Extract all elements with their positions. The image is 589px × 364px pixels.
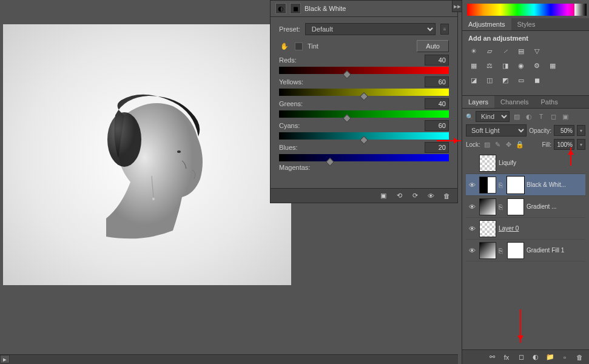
magentas-label: Magentas: (279, 164, 310, 171)
tab-layers[interactable]: Layers (462, 96, 494, 108)
vibrance-icon[interactable]: ▽ (531, 46, 542, 56)
fill-dropdown-icon[interactable]: ▾ (577, 139, 585, 150)
visibility-toggle[interactable] (467, 158, 477, 168)
delete-layer-icon[interactable]: 🗑 (574, 352, 584, 362)
curves-icon[interactable]: ⟋ (500, 46, 511, 56)
reds-input[interactable] (425, 55, 449, 66)
layer-name[interactable]: Layer 0 (499, 225, 584, 232)
yellows-label: Yellows: (279, 78, 303, 86)
lock-all-icon[interactable]: 🔒 (516, 140, 524, 149)
tab-styles[interactable]: Styles (511, 18, 542, 30)
visibility-toggle[interactable]: 👁 (467, 224, 477, 234)
auto-button[interactable]: Auto (417, 40, 449, 52)
color-spectrum[interactable] (467, 4, 584, 16)
tint-label: Tint (308, 42, 318, 50)
bw-icon[interactable]: ◨ (500, 60, 511, 71)
add-mask-icon[interactable]: ◻ (516, 352, 526, 362)
lock-pixels-icon[interactable]: ✎ (494, 140, 502, 149)
layer-name[interactable]: Black & Whit... (527, 181, 584, 188)
horizontal-scrollbar[interactable]: ▸ (0, 354, 458, 364)
clip-to-layer-icon[interactable]: ▣ (379, 191, 388, 201)
channel-mixer-icon[interactable]: ⚙ (531, 60, 542, 71)
layer-row[interactable]: 👁 Layer 0 (466, 218, 585, 240)
layer-thumbnail[interactable] (479, 220, 496, 237)
lookup-icon[interactable]: ▦ (547, 60, 558, 71)
greens-input[interactable] (425, 98, 449, 109)
filter-adjustment-icon[interactable]: ◐ (524, 112, 534, 121)
adjustment-thumbnail[interactable] (479, 177, 496, 194)
blend-mode-select[interactable]: Soft Light (466, 124, 527, 136)
color-balance-icon[interactable]: ⚖ (484, 60, 495, 71)
kind-filter[interactable]: Kind (476, 111, 510, 122)
layer-name[interactable]: Gradient Fill 1 (527, 247, 584, 254)
annotation-arrow (437, 140, 461, 141)
filter-pixel-icon[interactable]: ▨ (512, 112, 522, 121)
mask-icon: ◼ (290, 3, 301, 14)
greens-slider[interactable] (279, 110, 449, 118)
layer-row[interactable]: 👁 ⎘ Black & Whit... (466, 174, 585, 196)
reset-icon[interactable]: ⟳ (410, 191, 420, 201)
link-icon: ⎘ (499, 181, 505, 189)
new-adjustment-icon[interactable]: ◐ (531, 352, 540, 362)
gradient-map-icon[interactable]: ▭ (516, 75, 527, 86)
brightness-icon[interactable]: ☀ (468, 46, 479, 56)
filter-smart-icon[interactable]: ▣ (560, 112, 570, 121)
layer-row[interactable]: 👁 ⎘ Gradient Fill 1 (466, 240, 585, 261)
scroll-left-icon[interactable]: ▸ (0, 355, 10, 363)
blues-slider[interactable] (279, 154, 449, 161)
blues-label: Blues: (279, 144, 298, 151)
adjustment-thumbnail[interactable] (479, 198, 496, 215)
tab-channels[interactable]: Channels (494, 96, 534, 108)
layers-footer: ⚯ fx ◻ ◐ 📁 ▫ 🗑 (462, 349, 589, 364)
posterize-icon[interactable]: ◫ (484, 75, 495, 86)
lock-position-icon[interactable]: ✥ (505, 140, 513, 149)
new-layer-icon[interactable]: ▫ (560, 352, 570, 362)
tint-checkbox[interactable] (295, 42, 303, 50)
visibility-toggle[interactable]: 👁 (467, 246, 477, 255)
exposure-icon[interactable]: ▤ (516, 46, 527, 56)
layer-effects-icon[interactable]: fx (502, 352, 511, 362)
adjustment-thumbnail[interactable] (479, 242, 496, 259)
layer-row[interactable]: Liquify (466, 152, 585, 174)
lock-label: Lock: (466, 141, 480, 148)
opacity-dropdown-icon[interactable]: ▾ (577, 125, 585, 136)
layer-row[interactable]: 👁 ⎘ Gradient ... (466, 196, 585, 218)
filter-shape-icon[interactable]: ◻ (548, 112, 558, 121)
layer-name[interactable]: Gradient ... (527, 203, 584, 210)
selective-color-icon[interactable]: ◼ (531, 75, 542, 86)
properties-panel: ◐ ◼ Black & White Preset: Default ≡ ✋ Ti… (270, 0, 458, 203)
visibility-toggle[interactable]: 👁 (467, 180, 477, 190)
visibility-toggle[interactable]: 👁 (467, 202, 477, 212)
tab-paths[interactable]: Paths (535, 96, 564, 108)
delete-icon[interactable]: 🗑 (442, 191, 451, 201)
invert-icon[interactable]: ◪ (468, 75, 479, 86)
mask-thumbnail[interactable] (507, 198, 524, 215)
preset-select[interactable]: Default (305, 23, 436, 35)
preset-label: Preset: (279, 25, 300, 33)
tab-adjustments[interactable]: Adjustments (462, 18, 511, 30)
document-canvas[interactable] (3, 24, 291, 285)
previous-state-icon[interactable]: ⟲ (394, 191, 404, 201)
visibility-icon[interactable]: 👁 (426, 191, 436, 201)
cyans-input[interactable] (425, 120, 449, 131)
annotation-arrow (520, 309, 521, 343)
mask-thumbnail[interactable] (507, 177, 524, 194)
hue-icon[interactable]: ▦ (468, 60, 479, 71)
threshold-icon[interactable]: ◩ (500, 75, 511, 86)
reds-slider[interactable] (279, 67, 449, 74)
layer-thumbnail[interactable] (479, 155, 496, 172)
target-adjust-icon[interactable]: ✋ (279, 41, 290, 52)
lock-transparency-icon[interactable]: ▨ (483, 140, 491, 149)
link-layers-icon[interactable]: ⚯ (487, 352, 497, 362)
levels-icon[interactable]: ▱ (484, 46, 495, 56)
blues-input[interactable] (425, 142, 449, 153)
filter-type-icon[interactable]: T (536, 112, 546, 121)
yellows-input[interactable] (425, 76, 449, 87)
opacity-input[interactable] (554, 125, 574, 136)
yellows-slider[interactable] (279, 89, 449, 96)
preset-menu-icon[interactable]: ≡ (440, 24, 449, 35)
mask-thumbnail[interactable] (507, 242, 524, 259)
new-group-icon[interactable]: 📁 (545, 352, 555, 362)
photo-filter-icon[interactable]: ◉ (516, 60, 527, 71)
cyans-slider[interactable] (279, 132, 449, 140)
